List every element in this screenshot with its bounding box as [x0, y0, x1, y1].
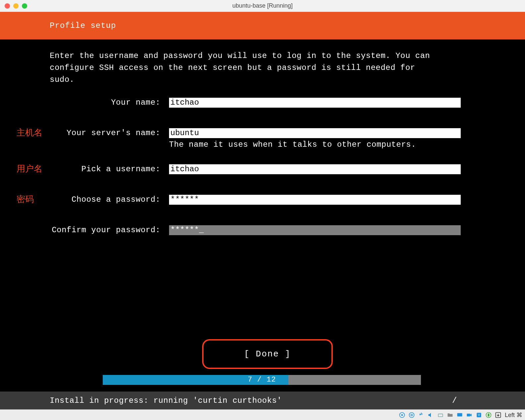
virtualbox-status-bar: V Left ⌘ — [0, 409, 525, 420]
spinner-icon: / — [452, 396, 457, 405]
input-your-name[interactable]: itchao — [169, 98, 461, 108]
title-bar: ubuntu-base [Running] — [0, 0, 525, 12]
helper-server-name: The name it uses when it talks to other … — [169, 140, 461, 149]
shared-folder-icon[interactable] — [446, 411, 454, 419]
page-title-banner: Profile setup — [0, 12, 525, 39]
keyboard-capture-icon[interactable] — [494, 411, 502, 419]
svg-point-3 — [411, 414, 412, 416]
row-server-name: 主机名 Your server's name: ubuntu The name … — [0, 128, 525, 149]
audio-icon[interactable] — [427, 411, 435, 419]
annotation-username: 用户名 — [17, 163, 42, 175]
host-key-indicator: Left ⌘ — [503, 411, 522, 419]
progress-label: 7 / 12 — [103, 376, 421, 384]
annotation-password: 密码 — [17, 193, 34, 205]
recording-icon[interactable] — [465, 411, 474, 419]
status-strip: Install in progress: running 'curtin cur… — [0, 392, 525, 409]
display-icon[interactable] — [455, 411, 464, 419]
svg-rect-5 — [457, 413, 462, 416]
hard-disk-icon[interactable] — [398, 411, 406, 419]
page-title: Profile setup — [50, 21, 116, 30]
network-icon[interactable] — [436, 411, 445, 419]
svg-text:V: V — [478, 413, 480, 417]
optical-disk-icon[interactable] — [407, 411, 416, 419]
done-button[interactable]: [ Done ] — [202, 339, 333, 369]
input-server-name[interactable]: ubuntu — [169, 128, 461, 138]
instructions-text: Enter the username and password you will… — [0, 50, 525, 98]
row-password: 密码 Choose a password: ****** — [0, 195, 525, 205]
window-title: ubuntu-base [Running] — [0, 2, 525, 9]
row-username: 用户名 Pick a username: itchao — [0, 164, 525, 174]
label-your-name: Your name: — [0, 98, 169, 108]
row-your-name: Your name: itchao — [0, 98, 525, 108]
main-content: Enter the username and password you will… — [0, 39, 525, 235]
row-confirm-password: Confirm your password: ******_ — [0, 225, 525, 235]
mouse-integration-icon[interactable] — [484, 411, 493, 419]
svg-rect-4 — [438, 414, 442, 416]
label-confirm-password: Confirm your password: — [0, 225, 169, 235]
input-confirm-password[interactable]: ******_ — [169, 225, 461, 235]
annotation-hostname: 主机名 — [17, 127, 42, 138]
usb-icon[interactable] — [417, 411, 426, 419]
video-capture-icon[interactable]: V — [475, 411, 483, 419]
progress-bar: 7 / 12 — [103, 375, 421, 385]
input-password[interactable]: ****** — [169, 195, 461, 205]
input-username[interactable]: itchao — [169, 164, 461, 174]
status-text: Install in progress: running 'curtin cur… — [50, 396, 282, 405]
svg-rect-6 — [467, 413, 470, 416]
svg-point-2 — [409, 412, 414, 417]
svg-point-1 — [401, 414, 402, 415]
done-button-label: [ Done ] — [204, 349, 331, 359]
